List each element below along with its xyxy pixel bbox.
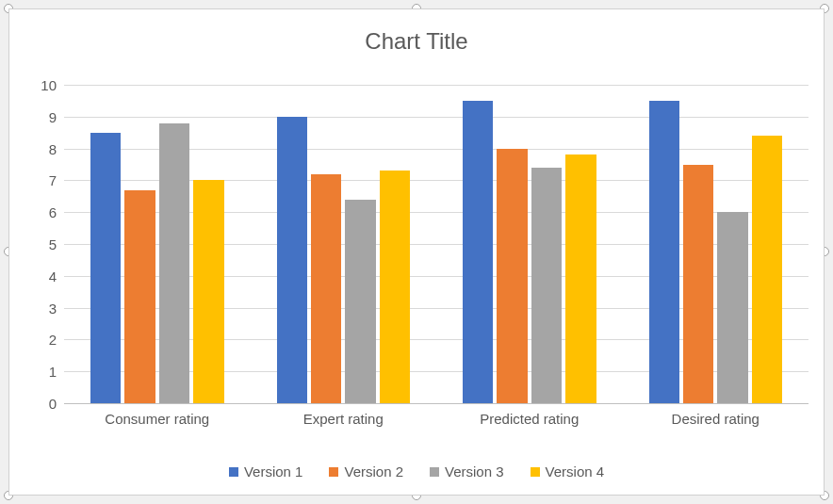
legend-swatch xyxy=(229,467,238,477)
bar-series-4[interactable] xyxy=(752,136,782,403)
y-axis-tick-label: 3 xyxy=(28,300,57,316)
bar-series-3[interactable] xyxy=(717,212,747,403)
x-axis-category-label: Desired rating xyxy=(623,411,809,427)
legend-label: Version 2 xyxy=(344,463,403,480)
legend-item[interactable]: Version 3 xyxy=(430,462,504,480)
bar-series-2[interactable] xyxy=(683,165,713,404)
y-axis-tick-label: 1 xyxy=(28,364,57,380)
chart-title[interactable]: Chart Title xyxy=(9,28,824,55)
bar-series-1[interactable] xyxy=(463,101,493,403)
bar-series-2[interactable] xyxy=(124,190,155,403)
gridline xyxy=(64,85,808,86)
legend-label: Version 3 xyxy=(445,463,504,480)
x-axis-category-label: Consumer rating xyxy=(64,411,251,427)
gridline xyxy=(64,117,808,118)
bar-series-2[interactable] xyxy=(497,149,527,403)
legend-item[interactable]: Version 1 xyxy=(229,462,303,480)
bar-series-3[interactable] xyxy=(531,168,562,403)
legend-item[interactable]: Version 4 xyxy=(531,462,605,480)
legend-swatch xyxy=(531,467,540,477)
legend-swatch xyxy=(430,467,439,477)
bar-series-1[interactable] xyxy=(649,101,679,403)
x-axis-category-label: Predicted rating xyxy=(436,411,623,427)
y-axis-tick-label: 9 xyxy=(28,108,57,124)
bar-series-2[interactable] xyxy=(311,174,341,403)
bar-series-4[interactable] xyxy=(193,180,223,403)
legend-item[interactable]: Version 2 xyxy=(329,462,403,480)
y-axis-tick-label: 2 xyxy=(28,332,57,348)
y-axis-tick-label: 6 xyxy=(28,204,57,220)
y-axis-tick-label: 10 xyxy=(28,77,57,93)
bar-series-4[interactable] xyxy=(565,154,596,403)
y-axis-tick-label: 0 xyxy=(28,396,57,412)
y-axis-tick-label: 5 xyxy=(28,236,57,252)
legend-swatch xyxy=(329,467,338,477)
y-axis-tick-label: 7 xyxy=(28,172,57,188)
bar-series-1[interactable] xyxy=(277,117,307,403)
gridline xyxy=(64,403,808,404)
chart-object[interactable]: Chart Title 012345678910Consumer ratingE… xyxy=(8,8,825,496)
x-axis-category-label: Expert rating xyxy=(251,411,437,427)
bar-series-3[interactable] xyxy=(345,200,375,403)
bar-series-4[interactable] xyxy=(380,171,410,403)
y-axis-tick-label: 8 xyxy=(28,140,57,156)
plot-area[interactable]: 012345678910Consumer ratingExpert rating… xyxy=(64,85,808,403)
bar-series-3[interactable] xyxy=(159,123,189,403)
bar-series-1[interactable] xyxy=(90,133,121,403)
legend-label: Version 1 xyxy=(244,463,303,480)
chart-legend[interactable]: Version 1Version 2Version 3Version 4 xyxy=(9,462,824,480)
y-axis-tick-label: 4 xyxy=(28,268,57,284)
legend-label: Version 4 xyxy=(546,463,605,480)
